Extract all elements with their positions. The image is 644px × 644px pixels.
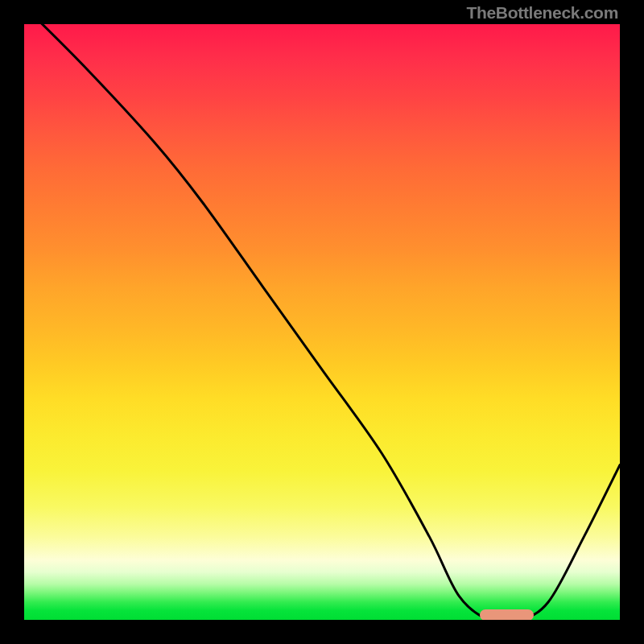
optimal-marker <box>480 609 534 620</box>
bottleneck-curve <box>24 24 620 620</box>
chart-container: TheBottleneck.com <box>0 0 644 644</box>
plot-area <box>24 24 620 620</box>
watermark-label: TheBottleneck.com <box>466 3 618 23</box>
